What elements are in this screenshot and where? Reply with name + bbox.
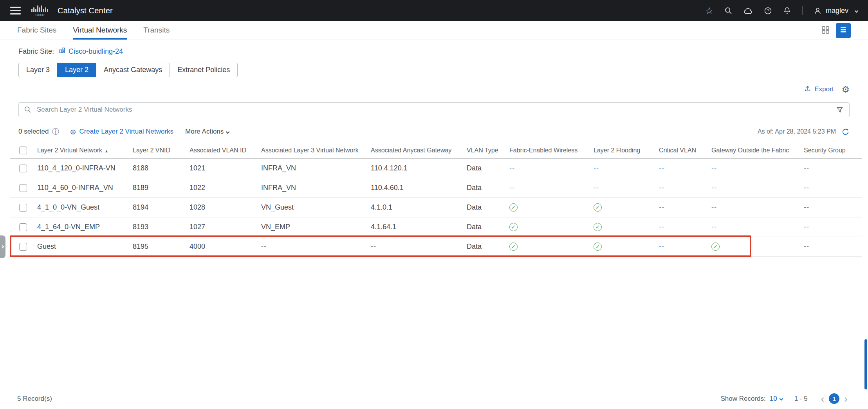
table-cell: 8188 xyxy=(133,158,189,178)
column-header[interactable]: Security Group xyxy=(804,143,862,158)
table-cell: 110_4_120_0-INFRA-VN xyxy=(37,158,133,178)
enabled-check-icon: ✓ xyxy=(509,243,518,251)
chevron-down-icon xyxy=(226,130,230,134)
tab-anycast-gateways[interactable]: Anycast Gateways xyxy=(96,63,170,77)
table-row: 4_1_64_0-VN_EMP81931027VN_EMP4.1.64.1Dat… xyxy=(10,217,862,237)
column-header[interactable]: Critical VLAN xyxy=(659,143,711,158)
row-checkbox[interactable] xyxy=(19,243,27,251)
column-header[interactable]: Layer 2 Flooding xyxy=(594,143,659,158)
filter-funnel-icon[interactable] xyxy=(836,106,843,115)
more-actions-button[interactable]: More Actions xyxy=(185,128,229,136)
enabled-check-icon: ✓ xyxy=(711,243,720,251)
export-icon xyxy=(804,85,811,94)
table-cell: Guest xyxy=(37,237,133,256)
column-header[interactable]: Associated Layer 3 Virtual Network xyxy=(261,143,371,158)
table-cell: 110.4.120.1 xyxy=(371,158,467,178)
dash-value: -- xyxy=(594,164,599,172)
row-checkbox[interactable] xyxy=(19,184,27,192)
table-header-row: Layer 2 Virtual Network▲Layer 2 VNIDAsso… xyxy=(10,143,862,158)
tab-layer-3[interactable]: Layer 3 xyxy=(18,63,58,77)
table-cell: VN_Guest xyxy=(261,197,371,217)
dash-value: -- xyxy=(711,223,717,231)
dash-value: -- xyxy=(711,164,717,172)
dash-value: -- xyxy=(659,184,664,192)
card-view-button[interactable] xyxy=(818,23,833,38)
export-label: Export xyxy=(814,85,834,93)
table-cell: 4_1_64_0-VN_EMP xyxy=(37,217,133,237)
user-menu[interactable]: maglev xyxy=(814,7,858,15)
refresh-icon[interactable] xyxy=(841,128,850,136)
tab-layer-2[interactable]: Layer 2 xyxy=(57,63,96,77)
search-icon[interactable] xyxy=(724,7,733,15)
table-cell: Data xyxy=(467,158,509,178)
enabled-check-icon: ✓ xyxy=(509,223,518,231)
table-row: 4_1_0_0-VN_Guest81941028VN_Guest4.1.0.1D… xyxy=(10,197,862,217)
dash-value: -- xyxy=(594,184,599,192)
page-range: 1 - 5 xyxy=(794,395,808,403)
chevron-down-icon xyxy=(779,397,783,401)
dash-value: -- xyxy=(711,184,717,192)
fabric-site-link[interactable]: Cisco-buidling-24 xyxy=(59,47,123,56)
dash-value: -- xyxy=(509,184,515,192)
next-page-icon[interactable]: › xyxy=(841,394,851,404)
row-checkbox[interactable] xyxy=(19,165,27,172)
create-l2vn-label: Create Layer 2 Virtual Networks xyxy=(79,128,173,136)
table-cell: 4.1.0.1 xyxy=(371,197,467,217)
table-cell: Data xyxy=(467,178,509,197)
chevron-down-icon xyxy=(855,9,859,13)
table-cell: 8195 xyxy=(133,237,189,256)
table-cell: VN_EMP xyxy=(261,217,371,237)
column-header[interactable]: VLAN Type xyxy=(467,143,509,158)
table-cell: 1028 xyxy=(189,197,261,217)
list-view-button[interactable] xyxy=(836,23,851,38)
favorites-star-icon[interactable]: ☆ xyxy=(705,6,713,15)
scrollbar-thumb[interactable] xyxy=(864,339,867,389)
as-of-timestamp: As of: Apr 28, 2024 5:23 PM xyxy=(758,128,836,135)
page-number-button[interactable]: 1 xyxy=(829,393,839,404)
export-button[interactable]: Export xyxy=(804,85,834,94)
cloud-icon[interactable] xyxy=(743,7,753,14)
tab-fabric-sites[interactable]: Fabric Sites xyxy=(17,21,56,40)
menu-icon[interactable] xyxy=(10,7,21,14)
table-cell: 1027 xyxy=(189,217,261,237)
tab-virtual-networks[interactable]: Virtual Networks xyxy=(73,21,127,40)
dash-value: -- xyxy=(659,223,664,231)
row-checkbox[interactable] xyxy=(19,204,27,212)
settings-gear-icon[interactable]: ⚙ xyxy=(841,85,850,94)
cisco-logo: cisco xyxy=(30,4,50,17)
help-icon[interactable]: ? xyxy=(764,7,772,15)
row-checkbox[interactable] xyxy=(19,223,27,231)
user-icon xyxy=(814,7,822,15)
user-name: maglev xyxy=(826,7,848,15)
column-header[interactable]: Associated VLAN ID xyxy=(189,143,261,158)
tab-extranet-policies[interactable]: Extranet Policies xyxy=(170,63,238,77)
tab-transits[interactable]: Transits xyxy=(143,21,170,40)
dash-value: -- xyxy=(659,203,664,211)
table-cell: 8194 xyxy=(133,197,189,217)
table-cell: 4.1.64.1 xyxy=(371,217,467,237)
column-header[interactable]: Layer 2 VNID xyxy=(133,143,189,158)
column-header[interactable]: Gateway Outside the Fabric xyxy=(711,143,804,158)
table-body: 110_4_120_0-INFRA-VN81881021INFRA_VN110.… xyxy=(10,158,862,256)
column-header[interactable]: Fabric-Enabled Wireless xyxy=(509,143,594,158)
side-panel-handle[interactable] xyxy=(0,235,5,258)
table-cell: 110.4.60.1 xyxy=(371,178,467,197)
column-header[interactable]: Associated Anycast Gateway xyxy=(371,143,467,158)
app-header: cisco Catalyst Center ☆ ? maglev xyxy=(0,0,868,21)
column-header[interactable]: Layer 2 Virtual Network▲ xyxy=(37,143,133,158)
fabric-site-name: Cisco-buidling-24 xyxy=(69,47,123,56)
page-size-select[interactable]: 10 xyxy=(770,395,783,403)
prev-page-icon[interactable]: ‹ xyxy=(818,394,828,404)
select-all-checkbox[interactable] xyxy=(19,147,27,154)
dash-value: -- xyxy=(804,243,809,250)
dash-value: -- xyxy=(659,243,664,250)
selected-count: 0 selected xyxy=(18,128,49,136)
table-cell: 8193 xyxy=(133,217,189,237)
dash-value: -- xyxy=(509,164,515,172)
create-l2vn-button[interactable]: ⊕ Create Layer 2 Virtual Networks xyxy=(70,128,174,136)
info-icon[interactable]: ⓘ xyxy=(52,128,59,135)
dash-value: -- xyxy=(261,243,267,250)
app-title: Catalyst Center xyxy=(58,6,113,15)
notifications-bell-icon[interactable] xyxy=(783,7,791,15)
search-input[interactable] xyxy=(18,102,850,117)
